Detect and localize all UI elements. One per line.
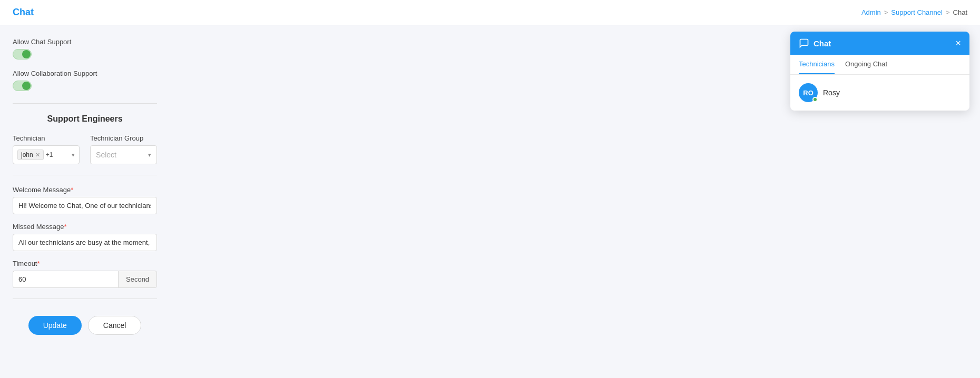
timeout-row: Second <box>13 271 157 288</box>
avatar: RO <box>799 83 818 102</box>
welcome-message-field: Welcome Message* <box>13 186 157 214</box>
technician-group-arrow: ▾ <box>148 152 151 158</box>
chat-bubble-icon <box>799 38 809 48</box>
missed-message-input[interactable] <box>13 234 157 251</box>
chat-close-button[interactable]: × <box>955 38 961 48</box>
chat-panel-title: Chat <box>799 38 831 48</box>
top-bar: Chat Admin > Support Channel > Chat <box>0 0 980 25</box>
missed-message-required: * <box>64 223 67 231</box>
cancel-button[interactable]: Cancel <box>88 316 142 335</box>
welcome-message-label: Welcome Message* <box>13 186 157 194</box>
tag-close-john[interactable]: ✕ <box>35 152 40 158</box>
technician-select[interactable]: john ✕ +1 ▾ <box>13 145 80 164</box>
welcome-message-required: * <box>71 186 73 194</box>
allow-collaboration-support-row: Allow Collaboration Support <box>13 69 157 93</box>
technician-group-field: Technician Group Select ▾ <box>90 134 157 164</box>
technician-list-item: RO Rosy <box>799 83 961 102</box>
allow-chat-support-toggle[interactable] <box>13 49 32 59</box>
divider-3 <box>13 299 157 299</box>
allow-collaboration-support-label: Allow Collaboration Support <box>13 69 157 77</box>
breadcrumb-support-channel[interactable]: Support Channel <box>891 8 943 16</box>
missed-message-label: Missed Message* <box>13 223 157 231</box>
timeout-unit: Second <box>118 271 157 288</box>
action-row: Update Cancel <box>13 316 157 335</box>
chat-panel: Chat × Technicians Ongoing Chat RO Rosy <box>790 32 969 111</box>
welcome-message-input[interactable] <box>13 197 157 214</box>
technician-group-label: Technician Group <box>90 134 157 142</box>
technician-field: Technician john ✕ +1 ▾ <box>13 134 80 164</box>
page-title: Chat <box>13 7 34 18</box>
toggle-thumb-collab <box>22 82 31 90</box>
technician-tag-john: john ✕ <box>17 150 44 160</box>
avatar-initials: RO <box>803 89 814 97</box>
main-content: Allow Chat Support Allow Collaboration S… <box>0 25 170 378</box>
tab-ongoing-chat[interactable]: Ongoing Chat <box>845 55 887 74</box>
technician-group-select[interactable]: Select ▾ <box>90 145 157 164</box>
toggle-thumb-chat <box>22 50 31 58</box>
chat-tabs: Technicians Ongoing Chat <box>790 55 969 75</box>
missed-message-field: Missed Message* <box>13 223 157 251</box>
breadcrumb: Admin > Support Channel > Chat <box>861 8 967 16</box>
divider-1 <box>13 103 157 104</box>
technician-dropdown-arrow: ▾ <box>72 152 75 158</box>
technician-extra-count: +1 <box>46 151 53 158</box>
timeout-required: * <box>37 260 40 267</box>
chat-panel-title-text: Chat <box>814 39 831 48</box>
technician-label: Technician <box>13 134 80 142</box>
timeout-field: Timeout* Second <box>13 260 157 288</box>
timeout-input[interactable] <box>13 271 118 288</box>
allow-collaboration-support-toggle[interactable] <box>13 81 32 91</box>
tag-label: john <box>21 151 33 158</box>
section-title-support-engineers: Support Engineers <box>13 114 157 124</box>
tab-technicians[interactable]: Technicians <box>799 55 835 74</box>
technician-form-grid: Technician john ✕ +1 ▾ Technician Group … <box>13 134 157 164</box>
technician-name: Rosy <box>823 88 840 97</box>
technician-group-placeholder: Select <box>96 151 116 159</box>
update-button[interactable]: Update <box>28 316 82 335</box>
breadcrumb-sep2: > <box>946 8 950 16</box>
breadcrumb-sep1: > <box>884 8 888 16</box>
chat-panel-header: Chat × <box>790 32 969 55</box>
timeout-label: Timeout* <box>13 260 157 267</box>
divider-2 <box>13 175 157 175</box>
breadcrumb-current: Chat <box>953 8 967 16</box>
allow-chat-support-row: Allow Chat Support <box>13 38 157 61</box>
breadcrumb-admin[interactable]: Admin <box>861 8 881 16</box>
chat-content: RO Rosy <box>790 75 969 111</box>
allow-chat-support-label: Allow Chat Support <box>13 38 157 46</box>
online-indicator <box>812 97 818 102</box>
